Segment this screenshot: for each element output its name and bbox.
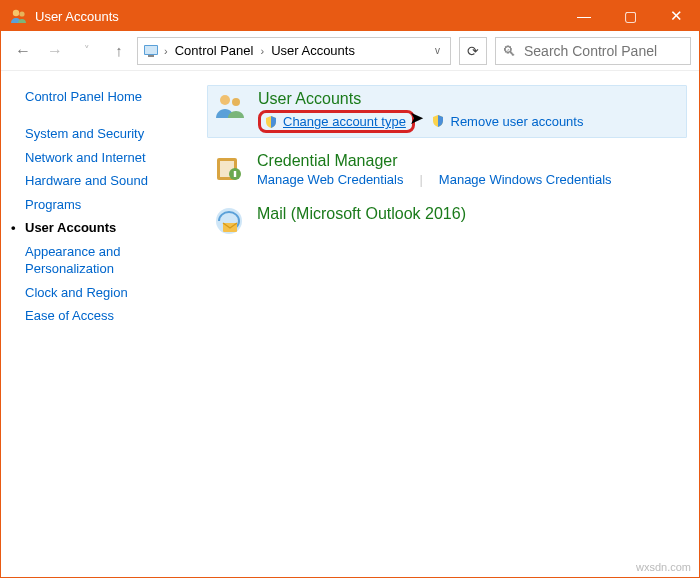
svg-point-1 <box>19 11 24 16</box>
credential-manager-title[interactable]: Credential Manager <box>257 152 681 170</box>
watermark: wxsdn.com <box>636 561 691 573</box>
sidebar-item-network-internet[interactable]: Network and Internet <box>25 146 189 170</box>
svg-rect-10 <box>234 171 236 177</box>
group-mail: Mail (Microsoft Outlook 2016) <box>207 201 687 241</box>
svg-point-0 <box>13 10 19 16</box>
search-box[interactable]: 🔍︎ <box>495 37 691 65</box>
mail-title[interactable]: Mail (Microsoft Outlook 2016) <box>257 205 681 223</box>
separator: | <box>419 172 422 187</box>
breadcrumb-control-panel[interactable]: Control Panel <box>172 41 257 60</box>
user-accounts-title[interactable]: User Accounts <box>258 90 680 108</box>
minimize-button[interactable]: — <box>561 1 607 31</box>
main-panel: User Accounts Change account type ➤ Remo… <box>201 71 699 577</box>
sidebar-item-ease-of-access[interactable]: Ease of Access <box>25 304 189 328</box>
change-account-type-link[interactable]: Change account type <box>283 114 406 129</box>
svg-point-6 <box>232 98 240 106</box>
maximize-button[interactable]: ▢ <box>607 1 653 31</box>
sidebar-item-programs[interactable]: Programs <box>25 193 189 217</box>
refresh-button[interactable]: ⟳ <box>459 37 487 65</box>
manage-web-credentials-link[interactable]: Manage Web Credentials <box>257 172 403 187</box>
window-title: User Accounts <box>35 9 561 24</box>
breadcrumb-user-accounts[interactable]: User Accounts <box>268 41 358 60</box>
cursor-icon: ➤ <box>409 107 424 129</box>
window: { "title": "User Accounts", "win": { "mi… <box>0 0 700 578</box>
window-controls: — ▢ ✕ <box>561 1 699 31</box>
user-accounts-icon <box>9 6 29 26</box>
mail-icon <box>213 205 245 237</box>
chevron-icon: › <box>162 45 170 57</box>
svg-rect-3 <box>145 46 157 54</box>
sidebar-item-hardware-sound[interactable]: Hardware and Sound <box>25 169 189 193</box>
control-panel-icon <box>142 42 160 60</box>
titlebar: User Accounts — ▢ ✕ <box>1 1 699 31</box>
remove-user-accounts-link[interactable]: Remove user accounts <box>451 114 584 129</box>
sidebar: Control Panel Home System and Security N… <box>1 71 201 577</box>
address-dropdown-icon[interactable]: v <box>429 45 446 56</box>
chevron-icon: › <box>258 45 266 57</box>
sidebar-item-system-security[interactable]: System and Security <box>25 122 189 146</box>
content: Control Panel Home System and Security N… <box>1 71 699 577</box>
nav-row: ← → ˅ ↑ › Control Panel › User Accounts … <box>1 31 699 71</box>
recent-locations-button[interactable]: ˅ <box>73 37 101 65</box>
group-user-accounts: User Accounts Change account type ➤ Remo… <box>207 85 687 138</box>
credential-manager-icon <box>213 152 245 184</box>
control-panel-home-link[interactable]: Control Panel Home <box>25 89 189 104</box>
up-button[interactable]: ↑ <box>105 37 133 65</box>
manage-windows-credentials-link[interactable]: Manage Windows Credentials <box>439 172 612 187</box>
group-credential-manager: Credential Manager Manage Web Credential… <box>207 148 687 191</box>
search-input[interactable] <box>522 42 700 60</box>
svg-rect-4 <box>148 55 154 57</box>
highlight-box: Change account type ➤ <box>258 110 415 133</box>
back-button[interactable]: ← <box>9 37 37 65</box>
sidebar-item-user-accounts[interactable]: User Accounts <box>25 216 189 240</box>
search-icon: 🔍︎ <box>502 43 516 59</box>
close-button[interactable]: ✕ <box>653 1 699 31</box>
user-accounts-icon <box>214 90 246 122</box>
address-bar[interactable]: › Control Panel › User Accounts v <box>137 37 451 65</box>
shield-icon <box>431 114 445 128</box>
sidebar-item-clock-region[interactable]: Clock and Region <box>25 281 189 305</box>
svg-point-5 <box>220 95 230 105</box>
sidebar-item-appearance[interactable]: Appearance and Personalization <box>25 240 189 281</box>
shield-icon <box>264 115 278 129</box>
forward-button[interactable]: → <box>41 37 69 65</box>
